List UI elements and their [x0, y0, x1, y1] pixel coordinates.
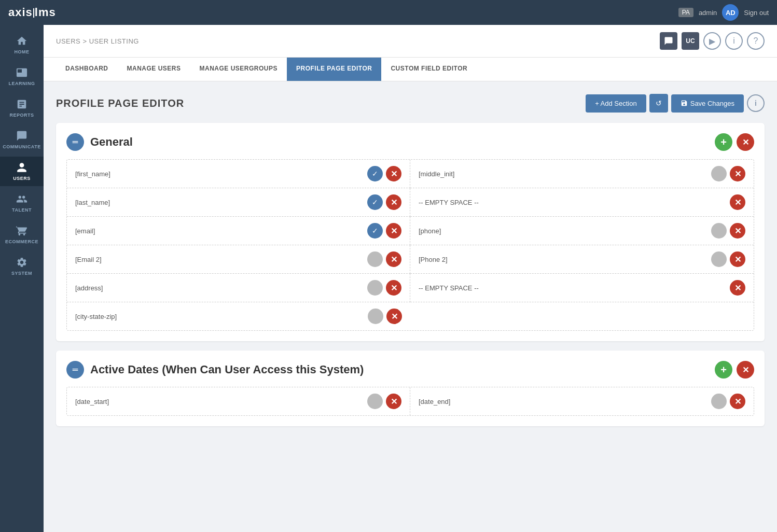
admin-name: admin [699, 9, 717, 17]
field-label: [Email 2] [75, 256, 102, 263]
field-actions: ✕ [730, 194, 745, 210]
field-date-end: [date_end] ✕ [410, 387, 754, 415]
fields-grid-active-dates: [date_start] ✕ [date_end] ✕ [66, 387, 754, 416]
field-toggle-on[interactable]: ✓ [367, 223, 383, 239]
home-icon [16, 35, 27, 47]
field-address: [address] ✕ [67, 274, 410, 302]
field-toggle-off[interactable] [367, 251, 383, 267]
field-delete[interactable]: ✕ [730, 394, 745, 409]
section-header-left: General [66, 133, 133, 151]
field-delete[interactable]: ✕ [386, 309, 402, 324]
admin-badge: PA [678, 8, 693, 17]
field-label: [email] [75, 227, 95, 235]
section-add-field-button[interactable]: + [715, 133, 732, 151]
field-label: [phone] [419, 227, 441, 235]
reset-button[interactable]: ↺ [649, 94, 668, 113]
chat-icon-btn[interactable] [660, 32, 677, 50]
sidebar-item-ecommerce[interactable]: ECOMMERCE [0, 220, 44, 249]
field-city-state-zip: [city-state-zip] ✕ [67, 302, 410, 330]
field-middle-init: [middle_init] ✕ [410, 160, 754, 188]
system-icon [16, 257, 27, 268]
field-empty-space-1: -- EMPTY SPACE -- ✕ [410, 188, 754, 217]
field-toggle-off[interactable] [368, 309, 383, 324]
section-general-header: General + ✕ [66, 133, 754, 151]
tab-manage-users[interactable]: MANAGE USERS [118, 58, 190, 81]
field-label: -- EMPTY SPACE -- [419, 284, 479, 292]
sidebar-item-learning[interactable]: LEARNING [0, 62, 44, 91]
section-drag-handle[interactable] [66, 361, 84, 379]
section-delete-button[interactable]: ✕ [737, 133, 754, 151]
field-toggle-off[interactable] [711, 394, 727, 409]
field-empty-space-2: -- EMPTY SPACE -- ✕ [410, 274, 754, 302]
tabs-bar: DASHBOARD MANAGE USERS MANAGE USERGROUPS… [44, 58, 777, 81]
tab-dashboard[interactable]: DASHBOARD [56, 58, 118, 81]
field-actions: ✓ ✕ [367, 194, 401, 210]
field-delete[interactable]: ✕ [730, 223, 745, 239]
section-add-field-button[interactable]: + [715, 361, 732, 379]
field-toggle-off[interactable] [367, 280, 383, 296]
section-drag-handle[interactable] [66, 133, 84, 151]
uc-icon-btn[interactable]: UC [682, 32, 699, 50]
field-delete[interactable]: ✕ [730, 194, 745, 210]
field-phone2: [Phone 2] ✕ [410, 245, 754, 274]
sidebar-item-label: SYSTEM [11, 271, 32, 276]
tab-custom-field-editor[interactable]: CUSTOM FIELD EDITOR [381, 58, 477, 81]
field-actions: ✓ ✕ [367, 166, 401, 181]
field-label: [city-state-zip] [75, 313, 117, 320]
field-toggle-on[interactable]: ✓ [367, 194, 383, 210]
field-delete[interactable]: ✕ [386, 394, 401, 409]
sidebar: HOME LEARNING REPORTS COMMUNICATE USERS … [0, 25, 44, 532]
field-delete[interactable]: ✕ [386, 223, 401, 239]
navigate-icon-btn[interactable]: ▶ [703, 32, 721, 50]
section-header-right: + ✕ [715, 133, 754, 151]
field-delete[interactable]: ✕ [730, 280, 745, 296]
help-icon-btn[interactable]: ? [747, 32, 765, 50]
field-toggle-off[interactable] [711, 166, 727, 181]
field-label: [date_start] [75, 398, 109, 405]
sidebar-item-talent[interactable]: TALENT [0, 188, 44, 218]
info-icon-btn[interactable]: i [725, 32, 743, 50]
users-icon [16, 162, 27, 173]
communicate-icon [16, 130, 27, 142]
field-label: [address] [75, 284, 103, 292]
sidebar-item-users[interactable]: USERS [0, 157, 44, 186]
sidebar-item-home[interactable]: HOME [0, 30, 44, 60]
field-toggle-off[interactable] [711, 223, 727, 239]
field-label: [date_end] [419, 398, 450, 405]
sidebar-item-reports[interactable]: REPORTS [0, 93, 44, 123]
sidebar-item-system[interactable]: SYSTEM [0, 251, 44, 281]
section-active-dates-title: Active Dates (When Can User Access this … [90, 363, 364, 376]
sidebar-item-communicate[interactable]: COMMUNICATE [0, 125, 44, 155]
field-delete[interactable]: ✕ [386, 194, 401, 210]
top-navbar: axislms PA admin AD Sign out [0, 0, 777, 25]
reports-icon [16, 99, 27, 110]
section-header-right: + ✕ [715, 361, 754, 379]
field-actions: ✕ [711, 251, 745, 267]
field-delete[interactable]: ✕ [386, 251, 401, 267]
field-delete[interactable]: ✕ [386, 280, 401, 296]
field-actions: ✓ ✕ [367, 223, 401, 239]
page-info-button[interactable]: i [747, 94, 765, 112]
field-delete[interactable]: ✕ [730, 251, 745, 267]
field-toggle-on[interactable]: ✓ [367, 166, 383, 181]
breadcrumb-icons: UC ▶ i ? [660, 32, 765, 50]
signout-link[interactable]: Sign out [744, 9, 769, 17]
save-changes-button[interactable]: Save Changes [671, 94, 744, 113]
fields-grid-general: [first_name] ✓ ✕ [middle_init] ✕ [66, 159, 754, 331]
field-delete[interactable]: ✕ [730, 166, 745, 181]
sidebar-item-label: TALENT [12, 207, 32, 213]
field-delete[interactable]: ✕ [386, 166, 401, 181]
main-content: USERS > USER LISTING UC ▶ i ? DASHBOARD … [44, 25, 777, 532]
breadcrumb-bar: USERS > USER LISTING UC ▶ i ? [44, 25, 777, 58]
tab-manage-usergroups[interactable]: MANAGE USERGROUPS [190, 58, 287, 81]
tab-profile-page-editor[interactable]: PROFILE PAGE EDITOR [287, 58, 381, 81]
field-actions: ✕ [711, 223, 745, 239]
add-section-button[interactable]: + Add Section [586, 94, 646, 113]
section-header-left: Active Dates (When Can User Access this … [66, 361, 364, 379]
field-toggle-off[interactable] [711, 251, 727, 267]
field-actions: ✕ [711, 394, 745, 409]
page-actions: + Add Section ↺ Save Changes i [586, 94, 765, 113]
section-delete-button[interactable]: ✕ [737, 361, 754, 379]
field-toggle-off[interactable] [367, 394, 383, 409]
field-label: [first_name] [75, 170, 110, 178]
